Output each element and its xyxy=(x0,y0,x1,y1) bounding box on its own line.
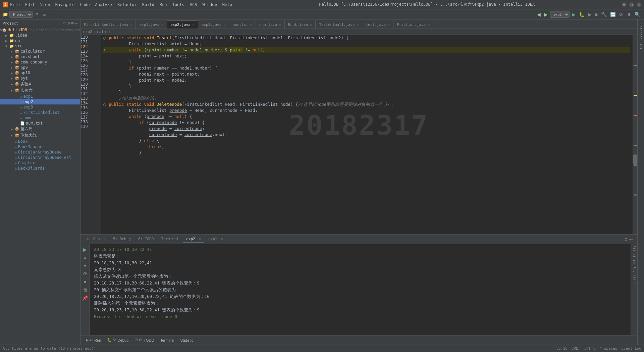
menu-view[interactable]: View xyxy=(40,2,50,7)
tree-item-hellojdb[interactable]: ▼ 🏠 HelloJDB C:\Users\12156\IdeaProjects… xyxy=(0,27,80,33)
run-clear-button[interactable]: 🗑 xyxy=(83,287,88,293)
tree-item-exp3[interactable]: ☕ exp3 xyxy=(0,104,80,110)
rerun-button[interactable]: ⟳ xyxy=(618,12,624,17)
minimize-button[interactable]: ─ xyxy=(622,2,627,7)
event-log[interactable]: Event Log xyxy=(621,346,641,351)
menu-edit[interactable]: Edit xyxy=(25,2,35,7)
tree-item-shiyan4[interactable]: ▶ 📦 实验4 xyxy=(0,81,80,87)
suspend-button[interactable]: ⏸ xyxy=(626,12,632,17)
tree-item-calculator[interactable]: ▶ 📦 calculator xyxy=(0,49,80,54)
close-tab-firstlinkedlist[interactable]: ✕ xyxy=(130,23,132,27)
menu-navigate[interactable]: Navigate xyxy=(55,2,75,7)
run-tab-exp2[interactable]: exp2 ✕ xyxy=(183,235,204,243)
layout-button[interactable]: ☰ xyxy=(41,11,47,17)
tree-item-circulararrayqueue[interactable]: ☕ CircularArrayQueue xyxy=(0,149,80,155)
sidebar-expand-icon[interactable]: ⊞ xyxy=(71,21,74,26)
indent-setting[interactable]: 4 spaces xyxy=(599,346,617,351)
terminal-tool-button[interactable]: Terminal xyxy=(158,338,177,343)
structure-tab[interactable]: Structure xyxy=(632,246,636,264)
run-tab-exp2-close[interactable]: ✕ xyxy=(199,237,201,241)
cursor-position[interactable]: 85:10 xyxy=(556,346,568,351)
maximize-button[interactable]: □ xyxy=(629,2,634,7)
tree-item-cnshoot[interactable]: ▶ 📦 cn.shoot xyxy=(0,54,80,59)
tree-item-deckofcards[interactable]: ☕ DeckOfCards xyxy=(0,166,80,171)
menu-code[interactable]: Code xyxy=(80,2,90,7)
project-selector[interactable]: Project xyxy=(9,11,33,18)
tree-item-comcompany[interactable]: ▶ 📦 com.company xyxy=(0,59,80,65)
tree-item-num-java[interactable]: ☕ num xyxy=(0,115,80,121)
settings-run-button[interactable]: ⚙ xyxy=(624,237,628,242)
tree-item-diliuliu[interactable]: ▶ 📦 第六周 xyxy=(0,126,80,132)
git-status[interactable]: All files are up-to-date (10 minutes ago… xyxy=(3,346,94,351)
tree-item-idea[interactable]: ▶ 📁 .idea xyxy=(0,33,80,38)
run-scroll-down[interactable]: ▼ xyxy=(83,263,88,268)
run-tab-run-close[interactable]: ✕ xyxy=(103,237,106,241)
run-tab-run[interactable]: 4: Run ✕ xyxy=(83,235,109,243)
close-tab-exp1[interactable]: ✕ xyxy=(161,23,163,27)
menu-window[interactable]: Window xyxy=(202,2,217,7)
debug-tool-button[interactable]: 🐛 5: Debug xyxy=(104,337,131,343)
tree-item-complex[interactable]: ☕ Complex xyxy=(0,160,80,166)
run-button[interactable]: ▶ xyxy=(571,12,577,17)
run-scroll-up[interactable]: ▲ xyxy=(83,255,88,260)
menu-run[interactable]: Run xyxy=(160,2,167,7)
run-tab-exp1[interactable]: exp1 ✕ xyxy=(205,235,226,243)
debug-button[interactable]: 🐛 xyxy=(578,12,586,17)
menu-file[interactable]: File xyxy=(10,2,20,7)
favorites-tab[interactable]: Favorites xyxy=(632,266,636,284)
stop-button[interactable]: ■ xyxy=(594,12,599,17)
sidebar-sync-icon[interactable]: ⟳ xyxy=(63,21,66,26)
tree-item-out[interactable]: ▶ 📁 out xyxy=(0,38,80,43)
code-content[interactable]: ○ public static void Insert(FirstLinkedl… xyxy=(101,35,633,234)
close-tab-exp3[interactable]: ✕ xyxy=(223,23,225,27)
statistic-tool-button[interactable]: Statistic xyxy=(177,338,196,343)
tree-item-pp10[interactable]: ▶ 📦 pp10 xyxy=(0,70,80,76)
tab-num[interactable]: num.java ✕ xyxy=(256,20,285,29)
close-tab-fraction[interactable]: ✕ xyxy=(428,23,430,27)
tree-item-bookmanager[interactable]: ☕ BookManager xyxy=(0,144,80,149)
tab-exp3[interactable]: exp3.java ✕ xyxy=(198,20,229,29)
tab-exp2[interactable]: exp2.java ✕ xyxy=(167,20,198,29)
tree-item-exp2[interactable]: ☕ exp2 xyxy=(0,99,80,104)
tree-item-feijidazhan[interactable]: ▶ 📦 飞机大战 xyxy=(0,132,80,139)
run-tab-debug[interactable]: 5: Debug xyxy=(110,235,134,243)
file-encoding[interactable]: UTF-8 xyxy=(584,346,595,351)
database-tab[interactable]: Database xyxy=(638,22,643,41)
back-button[interactable]: ◀ xyxy=(536,12,542,17)
menu-build[interactable]: Build xyxy=(142,2,154,7)
forward-button[interactable]: ▶ xyxy=(543,12,549,17)
tree-item-exp1[interactable]: ☕ exp1 xyxy=(0,94,80,99)
editor-scrollbar[interactable] xyxy=(633,35,637,234)
tab-testanimal1[interactable]: TestAnimal1.java ✕ xyxy=(316,20,362,29)
tab-firstlinkedlist[interactable]: FirstLinkedlist.java ✕ xyxy=(80,20,136,29)
run-tab-exp1-close[interactable]: ✕ xyxy=(221,237,223,241)
tab-fraction[interactable]: Fraction.java ✕ xyxy=(393,20,433,29)
run-stop-button[interactable]: ■ xyxy=(84,279,86,284)
tree-item-src[interactable]: ▼ 📁 src xyxy=(0,43,80,49)
build-button[interactable]: 🔨 xyxy=(600,12,608,17)
close-tab-numtxt[interactable]: ✕ xyxy=(250,23,252,27)
run-tab-todo[interactable]: 6: TODO xyxy=(135,235,157,243)
close-tab-book[interactable]: ✕ xyxy=(310,23,312,27)
more-button[interactable]: ⋯ xyxy=(49,11,55,17)
tree-item-shiyanliu[interactable]: ▼ 📦 实验六 xyxy=(0,87,80,94)
todo-tool-button[interactable]: ☑ 6: TODO xyxy=(132,337,157,343)
close-tab-testanimal1[interactable]: ✕ xyxy=(357,23,359,27)
ant-tab[interactable]: Ant xyxy=(638,42,643,51)
tab-exp1[interactable]: exp1.java ✕ xyxy=(136,20,167,29)
tree-item-book[interactable]: ☕ Book xyxy=(0,139,80,144)
tab-test[interactable]: test.java ✕ xyxy=(362,20,393,29)
breadcrumb-main[interactable]: main() xyxy=(97,30,110,34)
close-tab-num[interactable]: ✕ xyxy=(279,23,281,27)
close-tab-exp2[interactable]: ✕ xyxy=(193,23,195,27)
line-separator[interactable]: CRLF xyxy=(572,346,581,351)
run-play-button[interactable]: ▶ xyxy=(83,247,87,252)
search-everywhere[interactable]: 🔍 xyxy=(634,12,641,17)
sidebar-gear-icon[interactable]: ⚙ xyxy=(67,21,70,26)
settings-button[interactable]: ⚙ xyxy=(34,11,40,17)
close-tab-test[interactable]: ✕ xyxy=(388,23,390,27)
run-with-coverage[interactable]: ▶ xyxy=(587,12,593,17)
code-editor[interactable]: 20182317 120 121 122 123 124 125 126 127… xyxy=(80,35,637,234)
sidebar-collapse-icon[interactable]: — xyxy=(75,21,77,26)
tree-item-pp9[interactable]: ▶ 📦 pp9 xyxy=(0,65,80,70)
